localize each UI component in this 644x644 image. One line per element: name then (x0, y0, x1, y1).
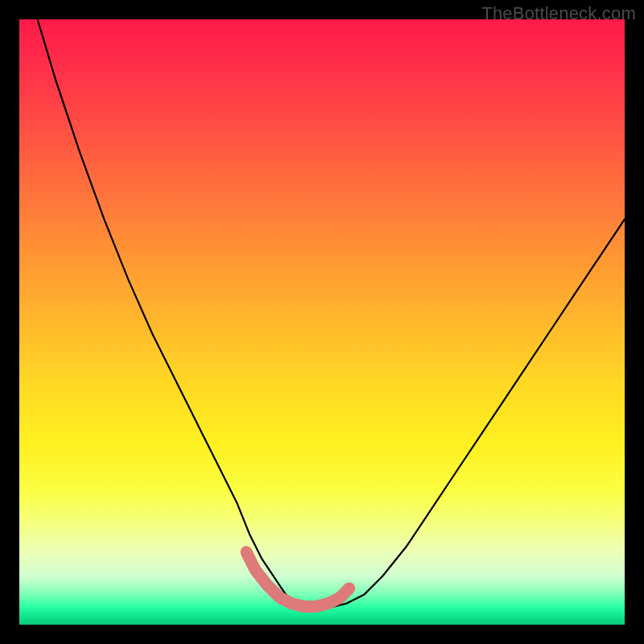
plot-area (19, 19, 625, 625)
chart-svg (19, 19, 625, 625)
bottleneck-curve (38, 19, 625, 606)
chart-frame: TheBottleneck.com (0, 0, 644, 644)
watermark-label: TheBottleneck.com (481, 3, 636, 24)
optimal-range-highlight (246, 552, 349, 607)
